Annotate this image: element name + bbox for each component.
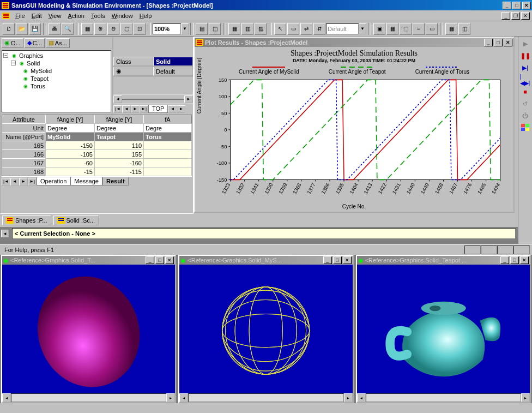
tool-grid-button[interactable]: ▦ <box>81 23 93 35</box>
solid-bottom-tab[interactable]: TOP <box>148 105 168 113</box>
data-grid[interactable]: Attribute fAngle [Y] fAngle [Y] fA Unit … <box>2 115 192 176</box>
plot-minimize-button[interactable]: _ <box>484 39 493 46</box>
mdi-minimize-button[interactable]: _ <box>501 12 510 20</box>
tool-m-button[interactable]: ▭ <box>426 23 438 35</box>
vp3-minimize[interactable]: _ <box>500 256 509 264</box>
tree-node-torus[interactable]: Torus <box>31 83 45 89</box>
vp1-minimize[interactable]: _ <box>146 256 154 264</box>
reset-button[interactable]: ↺ <box>520 99 531 109</box>
tool-i-button[interactable]: ▣ <box>373 23 385 35</box>
tool-o-button[interactable]: ◫ <box>458 23 470 35</box>
tool-f-button[interactable]: ▭ <box>287 23 299 35</box>
grid-col-attribute[interactable]: Attribute <box>2 115 46 124</box>
vp2-maximize[interactable]: □ <box>333 256 342 264</box>
minimize-button[interactable]: _ <box>503 2 511 9</box>
grid-nav-prev[interactable]: ◄ <box>10 178 19 185</box>
tool-c-button[interactable]: ▦ <box>228 23 240 35</box>
grid-tab-operation[interactable]: Operation <box>37 177 70 185</box>
doc-tab-shapes[interactable]: Shapes :P... <box>2 216 51 225</box>
grid-nav-next[interactable]: ► <box>19 178 28 185</box>
mdi-restore-button[interactable]: ❐ <box>511 12 520 20</box>
tab-last-button[interactable]: ►| <box>140 105 148 113</box>
skip-start-button[interactable]: |◀▶| <box>520 75 531 85</box>
vp3-maximize[interactable]: □ <box>510 256 519 264</box>
tool-minus-button[interactable]: ⊖ <box>107 23 119 35</box>
close-button[interactable]: ✕ <box>522 2 531 9</box>
grid-col-fangle3[interactable]: fA <box>144 115 192 124</box>
tree-node-teapot[interactable]: Teapot <box>31 75 49 82</box>
tab-first-button[interactable]: |◄ <box>113 105 122 113</box>
vp1-scroll-right[interactable]: ► <box>166 393 175 402</box>
tool-square-button[interactable]: ▢ <box>120 23 132 35</box>
tool-h-button[interactable]: ⇵ <box>313 23 325 35</box>
tree-node-mysolid[interactable]: MySolid <box>31 68 52 74</box>
tool-target-button[interactable]: ⊕ <box>94 23 106 35</box>
scroll-left-button[interactable]: ◄ <box>113 95 122 103</box>
vp2-minimize[interactable]: _ <box>323 256 332 264</box>
grid-col-fangle1[interactable]: fAngle [Y] <box>46 115 95 124</box>
pointer-button[interactable]: ↖ <box>274 23 286 35</box>
power-button[interactable]: ⏻ <box>520 111 531 121</box>
print-button[interactable]: 🖶 <box>49 23 61 35</box>
new-button[interactable]: 🗋 <box>3 23 15 35</box>
default-label[interactable]: Default <box>153 67 193 76</box>
header-scroll-left[interactable]: ◄ <box>168 105 177 113</box>
tool-j-button[interactable]: ▦ <box>386 23 398 35</box>
tab-prev-button[interactable]: ◄ <box>122 105 131 113</box>
tree-tab-c[interactable]: ◆C... <box>25 38 45 48</box>
viewport3-canvas[interactable] <box>357 265 530 393</box>
menu-action[interactable]: Action <box>64 11 88 20</box>
zoom-input[interactable]: 100% <box>153 23 181 34</box>
tab-next-button[interactable]: ► <box>131 105 140 113</box>
menu-file[interactable]: File <box>12 11 28 20</box>
grid-tab-result[interactable]: Result <box>102 177 129 185</box>
header-scroll-right[interactable]: ► <box>177 105 185 113</box>
doc-tab-solid[interactable]: Solid :Sc... <box>53 216 99 225</box>
tool-e-button[interactable]: ▨ <box>255 23 267 35</box>
tree-expand-graphics[interactable]: − <box>3 53 8 58</box>
scroll-right-button[interactable]: ► <box>184 95 193 103</box>
grid-nav-last[interactable]: ►| <box>28 178 37 185</box>
tool-d-button[interactable]: ▥ <box>241 23 253 35</box>
tool-dotted-button[interactable]: ⊡ <box>134 23 146 35</box>
object-tree[interactable]: − ◉ Graphics − ◉ Solid ◉ MySolid <box>2 50 111 112</box>
vp1-close[interactable]: ✕ <box>165 256 174 264</box>
grid-tab-message[interactable]: Message <box>70 177 102 185</box>
class-value[interactable]: Solid <box>153 57 193 66</box>
print-preview-button[interactable]: 🔍 <box>62 23 74 35</box>
tree-node-solid[interactable]: Solid <box>27 60 40 67</box>
tool-n-button[interactable]: ▦ <box>445 23 457 35</box>
menu-view[interactable]: View <box>45 11 65 20</box>
menu-edit[interactable]: Edit <box>28 11 45 20</box>
tree-node-graphics[interactable]: Graphics <box>19 52 43 59</box>
stop-button[interactable]: ■ <box>520 87 531 97</box>
tree-expand-solid[interactable]: − <box>11 61 16 65</box>
maximize-button[interactable]: □ <box>512 2 521 9</box>
zoom-dropdown-button[interactable]: ▼ <box>181 23 189 34</box>
vp1-maximize[interactable]: □ <box>155 256 164 264</box>
style-dropdown[interactable]: Default <box>326 23 359 34</box>
play-button[interactable]: ▶ <box>520 39 531 49</box>
plot-maximize-button[interactable]: □ <box>494 39 503 46</box>
viewport1-canvas[interactable] <box>2 265 175 393</box>
pause-button[interactable]: ❚❚ <box>520 51 531 61</box>
viewport2-canvas[interactable] <box>179 265 352 393</box>
vp2-scroll-left[interactable]: ◄ <box>179 393 188 402</box>
tool-k-button[interactable]: ⬚ <box>400 23 412 35</box>
tool-l-button[interactable]: ≈ <box>413 23 425 35</box>
open-button[interactable]: 📂 <box>16 23 28 35</box>
mdi-close-button[interactable]: ✕ <box>521 12 530 20</box>
grid-nav-first[interactable]: |◄ <box>2 178 10 185</box>
grid-col-fangle2[interactable]: fAngle [Y] <box>95 115 144 124</box>
tool-a-button[interactable]: ▤ <box>196 23 208 35</box>
vp2-close[interactable]: ✕ <box>343 256 352 264</box>
style-dropdown-button[interactable]: ▼ <box>359 23 366 34</box>
skip-end-button[interactable]: ▶| <box>520 63 531 73</box>
tree-tab-as[interactable]: ▦As... <box>46 38 70 48</box>
plot-close-button[interactable]: ✕ <box>504 39 512 46</box>
menu-help[interactable]: Help <box>136 11 155 20</box>
vp1-scroll-left[interactable]: ◄ <box>2 393 11 402</box>
vp3-scroll-left[interactable]: ◄ <box>357 393 366 402</box>
menu-tools[interactable]: Tools <box>88 11 108 20</box>
vp3-scroll-right[interactable]: ► <box>521 393 530 402</box>
